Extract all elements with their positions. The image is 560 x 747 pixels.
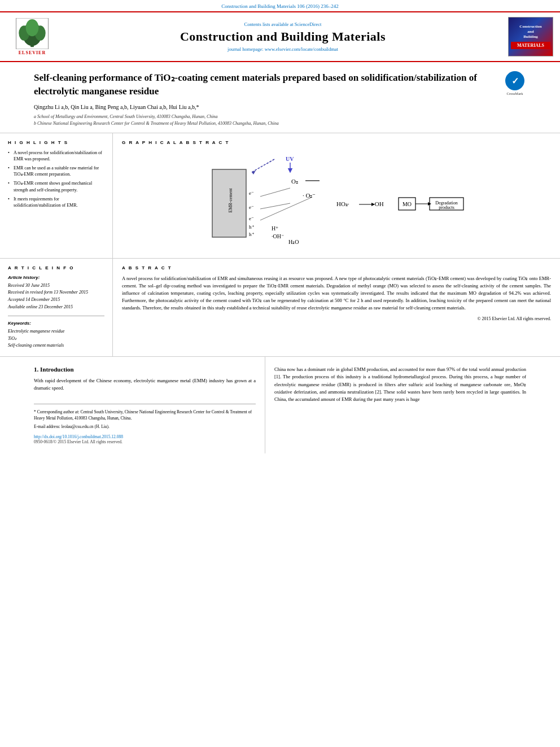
keyword-1: Electrolytic manganese residue xyxy=(8,328,104,335)
keywords-list: Electrolytic manganese residue TiO₂ Self… xyxy=(8,328,104,350)
svg-text:e⁻: e⁻ xyxy=(249,216,254,221)
keyword-3: Self-cleaning cement materials xyxy=(8,342,104,350)
footnote-area: * Corresponding author at: Central South… xyxy=(34,404,256,430)
elsevier-label: ELSEVIER xyxy=(19,50,46,55)
svg-text:·OH⁻: ·OH⁻ xyxy=(272,233,284,239)
elsevier-logo: ELSEVIER xyxy=(7,18,58,55)
introduction-section: 1. Introduction With rapid development o… xyxy=(0,357,560,453)
highlights-graphical-section: H I G H L I G H T S A novel process for … xyxy=(0,133,560,259)
svg-text:h⁺: h⁺ xyxy=(249,224,255,230)
article-authors: Qingzhu Li a,b, Qin Liu a, Bing Peng a,b… xyxy=(34,104,498,110)
journal-header: ELSEVIER Contents lists available at Sci… xyxy=(0,11,560,62)
highlight-item-1: A novel process for solidification/stabi… xyxy=(8,150,104,162)
introduction-title: 1. Introduction xyxy=(34,366,256,373)
article-title: Self-cleaning performance of TiO₂-coatin… xyxy=(34,71,498,98)
svg-text:products: products xyxy=(439,205,454,210)
highlight-item-4: It meets requirements for solidification… xyxy=(8,196,104,208)
keywords-label: Keywords: xyxy=(8,321,104,326)
received-date: Received 30 June 2015 xyxy=(8,282,104,290)
introduction-left-text: With rapid development of the Chinese ec… xyxy=(34,377,256,392)
journal-main-title: Construction and Building Materials xyxy=(58,29,508,44)
svg-line-33 xyxy=(260,203,290,209)
elsevier-tree-icon xyxy=(15,18,49,49)
graphical-abstract-diagram: UV EMR-cement e⁻ e⁻ e⁻ h⁺ h⁺ O₂ xyxy=(122,150,551,251)
svg-line-30 xyxy=(252,159,274,172)
abstract-header: A B S T R A C T xyxy=(122,265,551,270)
article-title-text: Self-cleaning performance of TiO₂-coatin… xyxy=(34,71,498,127)
abstract-column: A B S T R A C T A novel process for soli… xyxy=(113,259,560,357)
svg-line-32 xyxy=(260,188,290,196)
crossmark-icon: ✓ xyxy=(505,71,524,90)
svg-text:h⁺: h⁺ xyxy=(249,231,255,237)
journal-cover-image: Construction and Building MATERIALS xyxy=(508,17,553,56)
svg-point-4 xyxy=(26,19,39,36)
svg-text:H⁺: H⁺ xyxy=(272,225,278,231)
cover-materials-label: MATERIALS xyxy=(511,42,550,49)
journal-citation-bar: Construction and Building Materials 106 … xyxy=(0,0,560,11)
svg-text:UV: UV xyxy=(286,156,294,162)
svg-text:MO: MO xyxy=(403,201,412,207)
journal-homepage: journal homepage: www.elsevier.com/locat… xyxy=(58,46,508,52)
svg-line-34 xyxy=(260,198,311,220)
email-note: E-mail address: leolau@csu.edu.cn (H. Li… xyxy=(34,423,256,430)
svg-text:·OH: ·OH xyxy=(373,200,384,207)
crossmark-badge[interactable]: ✓ CrossMark xyxy=(504,71,526,95)
svg-text:HO₂·: HO₂· xyxy=(336,200,349,207)
cover-title: Construction and Building xyxy=(519,24,541,40)
graphical-abstract-header: G R A P H I C A L A B S T R A C T xyxy=(122,140,551,145)
highlights-column: H I G H L I G H T S A novel process for … xyxy=(0,133,113,258)
svg-text:H₂O: H₂O xyxy=(288,239,299,245)
article-info-abstract-section: A R T I C L E I N F O Article history: R… xyxy=(0,259,560,357)
accepted-date: Accepted 14 December 2015 xyxy=(8,296,104,304)
highlights-header: H I G H L I G H T S xyxy=(8,140,104,145)
article-title-section: Self-cleaning performance of TiO₂-coatin… xyxy=(0,62,560,133)
crossmark-label: CrossMark xyxy=(507,91,523,95)
article-dates: Received 30 June 2015 Received in revise… xyxy=(8,282,104,311)
journal-title-center: Contents lists available at ScienceDirec… xyxy=(58,21,508,52)
article-info-header: A R T I C L E I N F O xyxy=(8,265,104,270)
copyright-line: © 2015 Elsevier Ltd. All rights reserved… xyxy=(122,316,551,321)
journal-citation-text: Construction and Building Materials 106 … xyxy=(221,3,338,9)
issn-text: 0950-0618/© 2015 Elsevier Ltd. All right… xyxy=(34,439,256,444)
highlight-item-2: EMR can be used as a suitable raw materi… xyxy=(8,165,104,177)
page-container: Construction and Building Materials 106 … xyxy=(0,0,560,453)
photocatalysis-diagram: UV EMR-cement e⁻ e⁻ e⁻ h⁺ h⁺ O₂ xyxy=(207,152,466,248)
corresponding-author-note: * Corresponding author at: Central South… xyxy=(34,409,256,422)
svg-text:e⁻: e⁻ xyxy=(249,190,254,196)
keywords-section: Keywords: Electrolytic manganese residue… xyxy=(8,321,104,350)
doi-section: http://dx.doi.org/10.1016/j.conbuildmat.… xyxy=(34,434,256,444)
available-date: Available online 23 December 2015 xyxy=(8,304,104,311)
svg-text:· O₂⁻: · O₂⁻ xyxy=(303,192,316,199)
svg-text:EMR-cement: EMR-cement xyxy=(228,187,233,212)
svg-text:e⁻: e⁻ xyxy=(249,204,254,210)
article-info-column: A R T I C L E I N F O Article history: R… xyxy=(0,259,113,357)
highlights-list: A novel process for solidification/stabi… xyxy=(8,150,104,209)
svg-text:O₂: O₂ xyxy=(291,178,298,185)
introduction-right-column: China now has a dominant role in global … xyxy=(265,357,560,453)
affiliations: a School of Metallurgy and Environment, … xyxy=(34,113,498,127)
keyword-2: TiO₂ xyxy=(8,335,104,343)
introduction-right-text: China now has a dominant role in global … xyxy=(274,366,526,403)
abstract-text: A novel process for solidification/stabi… xyxy=(122,275,551,312)
graphical-abstract-column: G R A P H I C A L A B S T R A C T UV EMR… xyxy=(113,133,560,258)
sciencedirect-link[interactable]: Contents lists available at ScienceDirec… xyxy=(58,21,508,27)
introduction-left-column: 1. Introduction With rapid development o… xyxy=(0,357,265,453)
revised-date: Received in revised form 13 November 201… xyxy=(8,289,104,296)
doi-link[interactable]: http://dx.doi.org/10.1016/j.conbuildmat.… xyxy=(34,434,256,439)
highlight-item-3: TiO₂-EMR cement shows good mechanical st… xyxy=(8,180,104,193)
article-history-label: Article history: xyxy=(8,275,104,280)
